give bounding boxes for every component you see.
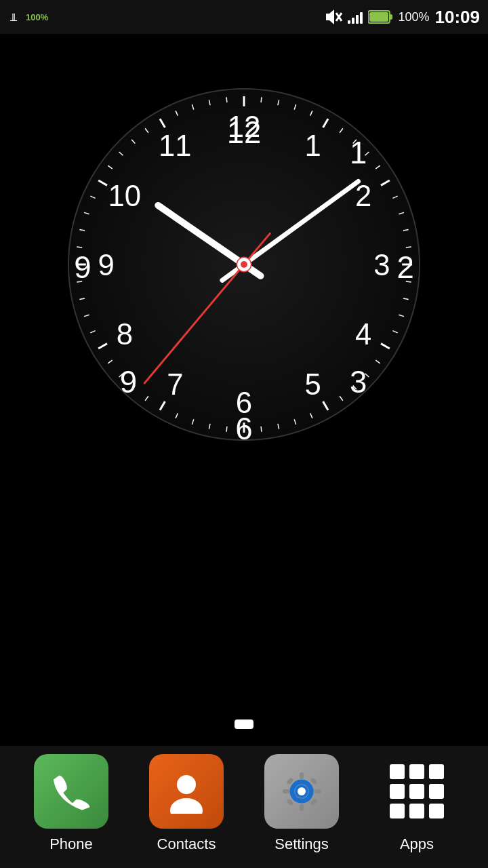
- svg-line-49: [145, 396, 148, 400]
- svg-line-52: [108, 360, 112, 363]
- status-bar: ⫫ 100% 100% 10:09: [0, 0, 488, 34]
- svg-line-17: [310, 111, 312, 115]
- signal-bar-2: [352, 18, 354, 24]
- apps-label: Apps: [400, 835, 434, 853]
- svg-point-91: [241, 261, 247, 268]
- apps-icon-bg: [380, 754, 454, 829]
- svg-line-59: [77, 247, 82, 248]
- svg-rect-99: [314, 789, 321, 793]
- svg-text:3: 3: [373, 248, 390, 281]
- battery-percent: 100%: [398, 10, 429, 24]
- svg-line-40: [294, 419, 296, 425]
- svg-text:9: 9: [120, 365, 137, 399]
- svg-line-23: [381, 180, 390, 185]
- svg-line-55: [84, 315, 89, 316]
- svg-text:2: 2: [396, 250, 413, 285]
- svg-line-66: [131, 140, 135, 144]
- settings-icon: [280, 770, 324, 814]
- svg-line-14: [261, 97, 262, 102]
- svg-rect-98: [283, 789, 289, 793]
- dock-item-settings[interactable]: Settings: [264, 754, 339, 853]
- battery-icon: [368, 9, 392, 24]
- svg-line-34: [375, 360, 380, 363]
- svg-line-31: [399, 315, 404, 316]
- svg-text:7: 7: [167, 368, 183, 401]
- svg-text:4: 4: [355, 317, 371, 351]
- dock-item-contacts[interactable]: Contacts: [149, 754, 224, 853]
- phone-icon-bg: [34, 754, 108, 829]
- svg-line-71: [209, 100, 210, 105]
- svg-line-53: [98, 344, 107, 349]
- svg-point-92: [177, 775, 196, 794]
- svg-line-16: [294, 104, 296, 110]
- status-left: ⫫ 100%: [8, 10, 48, 24]
- svg-text:1: 1: [350, 136, 367, 170]
- settings-label: Settings: [274, 835, 329, 853]
- svg-line-19: [340, 128, 343, 132]
- usb-icon: ⫫: [8, 10, 20, 24]
- dock-item-phone[interactable]: Phone: [34, 754, 108, 853]
- svg-line-27: [406, 247, 411, 248]
- svg-marker-0: [326, 9, 334, 24]
- svg-rect-109: [429, 784, 444, 799]
- svg-point-93: [170, 798, 203, 814]
- svg-line-47: [176, 413, 178, 418]
- svg-line-70: [192, 104, 193, 110]
- contacts-label: Contacts: [157, 835, 216, 853]
- svg-line-44: [226, 427, 227, 432]
- svg-line-57: [77, 281, 82, 282]
- svg-text:8: 8: [117, 317, 133, 351]
- svg-text:11: 11: [159, 129, 192, 162]
- svg-rect-106: [429, 764, 444, 779]
- clock-widget: // Will be generated by JS below 12 1 2 …: [68, 88, 420, 441]
- phone-icon: [49, 770, 94, 814]
- svg-text:3: 3: [350, 365, 367, 399]
- dock-item-apps[interactable]: Apps: [380, 754, 454, 853]
- svg-line-54: [90, 331, 95, 333]
- svg-line-38: [323, 401, 328, 410]
- svg-line-63: [98, 180, 107, 185]
- svg-line-62: [90, 196, 95, 198]
- svg-text:12: 12: [228, 110, 261, 143]
- clock-face: // Will be generated by JS below 12 1 2 …: [68, 88, 420, 441]
- status-right: 100% 10:09: [323, 7, 480, 28]
- svg-line-39: [310, 413, 312, 418]
- svg-rect-111: [409, 804, 424, 818]
- svg-line-46: [192, 419, 193, 425]
- svg-line-42: [261, 427, 262, 432]
- svg-rect-101: [310, 777, 317, 785]
- svg-text:6: 6: [236, 386, 252, 419]
- svg-point-95: [298, 787, 306, 795]
- svg-line-48: [160, 401, 165, 410]
- svg-line-75: [144, 233, 270, 382]
- status-time: 10:09: [435, 7, 481, 28]
- mute-icon: [323, 7, 342, 26]
- svg-line-24: [392, 196, 397, 198]
- apps-icon: [383, 757, 451, 825]
- svg-text:5: 5: [305, 368, 321, 401]
- svg-line-65: [119, 152, 123, 155]
- settings-icon-bg: [264, 754, 339, 829]
- svg-line-18: [323, 119, 328, 127]
- svg-line-30: [403, 298, 409, 300]
- svg-line-29: [406, 281, 411, 282]
- signal-bar-4: [360, 12, 363, 24]
- battery-percent-small: 100%: [26, 12, 48, 22]
- svg-rect-112: [429, 804, 444, 818]
- svg-text:10: 10: [108, 179, 142, 212]
- contacts-icon-bg: [149, 754, 224, 829]
- svg-rect-110: [390, 804, 405, 818]
- svg-text:2: 2: [355, 179, 371, 212]
- clock-svg: // Will be generated by JS below 12 1 2 …: [69, 90, 419, 439]
- signal-bars: [348, 10, 363, 24]
- page-indicator: [235, 719, 253, 729]
- svg-line-25: [399, 212, 404, 214]
- svg-line-32: [392, 331, 397, 333]
- svg-rect-102: [286, 798, 293, 806]
- svg-line-67: [145, 128, 148, 132]
- svg-line-45: [209, 424, 210, 429]
- svg-line-61: [84, 212, 89, 214]
- svg-line-68: [160, 119, 165, 127]
- svg-line-15: [278, 100, 279, 105]
- svg-rect-5: [390, 14, 392, 20]
